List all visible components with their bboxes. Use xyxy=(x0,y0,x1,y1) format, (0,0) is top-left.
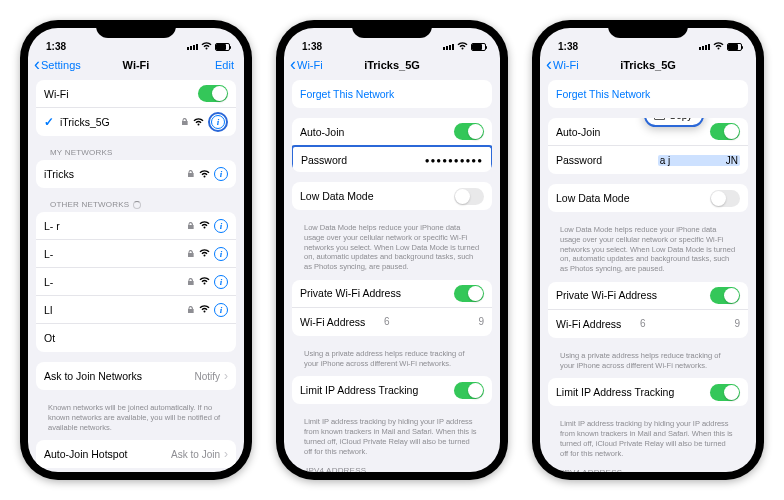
wifi-signal-icon xyxy=(199,276,210,287)
limit-ip-toggle[interactable] xyxy=(710,384,740,401)
back-button[interactable]: Wi-Fi xyxy=(290,59,323,72)
private-address-toggle[interactable] xyxy=(710,287,740,304)
password-revealed: a j JN xyxy=(658,155,740,166)
cellular-signal-icon xyxy=(699,44,710,50)
screen-wifi-list: 1:38 Settings Wi-Fi Edit Wi-Fi xyxy=(28,28,244,472)
info-button-highlight: i xyxy=(208,112,228,132)
wifi-signal-icon xyxy=(199,248,210,259)
wifi-address-value: 6 9 xyxy=(384,316,484,327)
auto-join-row[interactable]: Auto-Join xyxy=(292,118,492,146)
password-masked: ●●●●●●●●●● xyxy=(425,156,483,165)
back-label: Wi-Fi xyxy=(297,59,323,71)
copy-popover[interactable]: Copy xyxy=(644,118,704,127)
other-network-row[interactable]: Ot xyxy=(36,324,236,352)
wifi-master-toggle-row[interactable]: Wi-Fi xyxy=(36,80,236,108)
cellular-signal-icon xyxy=(187,44,198,50)
spinner-icon xyxy=(133,201,141,209)
chevron-left-icon xyxy=(34,59,40,72)
lock-icon: 🔒︎ xyxy=(186,305,195,315)
lock-icon: 🔒︎ xyxy=(186,277,195,287)
chevron-left-icon xyxy=(546,59,552,72)
info-icon[interactable]: i xyxy=(214,167,228,181)
password-row[interactable]: Password a j JN xyxy=(548,146,748,174)
wifi-address-value: 6 9 xyxy=(640,318,740,329)
back-label: Settings xyxy=(41,59,81,71)
info-icon[interactable]: i xyxy=(214,275,228,289)
notch xyxy=(608,20,688,38)
low-data-toggle[interactable] xyxy=(454,188,484,205)
info-icon[interactable]: i xyxy=(211,115,225,129)
connected-network-row[interactable]: ✓ iTricks_5G 🔒︎ i xyxy=(36,108,236,136)
other-network-row[interactable]: L- 🔒︎i xyxy=(36,240,236,268)
checkmark-icon: ✓ xyxy=(44,115,54,129)
lock-icon: 🔒︎ xyxy=(186,249,195,259)
ask-to-join-footer: Known networks will be joined automatica… xyxy=(36,400,236,440)
limit-ip-tracking-row[interactable]: Limit IP Address Tracking xyxy=(548,378,748,406)
wifi-status-icon xyxy=(457,41,468,52)
nav-bar: Settings Wi-Fi Edit xyxy=(28,54,244,80)
wifi-address-row: Wi-Fi Address 6 9 xyxy=(292,308,492,336)
ipv4-header: IPV4 ADDRESS xyxy=(548,466,748,472)
battery-icon xyxy=(471,43,486,51)
wifi-master-label: Wi-Fi xyxy=(44,88,69,100)
auto-join-hotspot-row[interactable]: Auto-Join Hotspot Ask to Join› xyxy=(36,440,236,468)
other-network-row[interactable]: L- r 🔒︎i xyxy=(36,212,236,240)
low-data-toggle[interactable] xyxy=(710,190,740,207)
copy-label: Copy xyxy=(669,118,692,121)
back-button[interactable]: Wi-Fi xyxy=(546,59,579,72)
private-address-toggle[interactable] xyxy=(454,285,484,302)
auto-join-toggle[interactable] xyxy=(454,123,484,140)
info-icon[interactable]: i xyxy=(214,247,228,261)
other-networks-header: OTHER NETWORKS xyxy=(36,198,236,212)
notch xyxy=(96,20,176,38)
forget-network-button[interactable]: Forget This Network xyxy=(292,80,492,108)
chevron-right-icon: › xyxy=(224,369,228,383)
battery-icon xyxy=(215,43,230,51)
status-indicators xyxy=(443,41,486,52)
info-icon[interactable]: i xyxy=(214,219,228,233)
limit-ip-tracking-row[interactable]: Limit IP Address Tracking xyxy=(292,376,492,404)
lock-icon: 🔒︎ xyxy=(186,221,195,231)
back-label: Wi-Fi xyxy=(553,59,579,71)
screen-network-detail: 1:38 Wi-Fi iTricks_5G Forget This Networ… xyxy=(284,28,500,472)
password-row[interactable]: Password ●●●●●●●●●● xyxy=(292,145,492,172)
private-address-footer: Using a private address helps reduce tra… xyxy=(292,346,492,377)
other-network-row[interactable]: L- 🔒︎i xyxy=(36,268,236,296)
forget-network-button[interactable]: Forget This Network xyxy=(548,80,748,108)
wifi-status-icon xyxy=(201,41,212,52)
wifi-address-row: Wi-Fi Address 6 9 xyxy=(548,310,748,338)
info-icon[interactable]: i xyxy=(214,303,228,317)
wifi-master-toggle[interactable] xyxy=(198,85,228,102)
nav-bar: Wi-Fi iTricks_5G xyxy=(284,54,500,80)
ask-to-join-row[interactable]: Ask to Join Networks Notify› xyxy=(36,362,236,390)
status-time: 1:38 xyxy=(46,41,66,52)
wifi-status-icon xyxy=(713,41,724,52)
cellular-signal-icon xyxy=(443,44,454,50)
limit-ip-toggle[interactable] xyxy=(454,382,484,399)
low-data-footer: Low Data Mode helps reduce your iPhone d… xyxy=(292,220,492,280)
screen-network-detail-copy: 1:38 Wi-Fi iTricks_5G Forget This Networ… xyxy=(540,28,756,472)
ipv4-header: IPV4 ADDRESS xyxy=(292,464,492,472)
phone-1: 1:38 Settings Wi-Fi Edit Wi-Fi xyxy=(20,20,252,480)
chevron-right-icon: › xyxy=(224,447,228,461)
wifi-signal-icon xyxy=(199,169,210,180)
back-button[interactable]: Settings xyxy=(34,59,81,72)
other-network-row[interactable]: LI 🔒︎i xyxy=(36,296,236,324)
wifi-signal-icon xyxy=(199,220,210,231)
private-wifi-address-row[interactable]: Private Wi-Fi Address xyxy=(292,280,492,308)
low-data-mode-row[interactable]: Low Data Mode xyxy=(292,182,492,210)
phone-2: 1:38 Wi-Fi iTricks_5G Forget This Networ… xyxy=(276,20,508,480)
low-data-mode-row[interactable]: Low Data Mode xyxy=(548,184,748,212)
phone-3: 1:38 Wi-Fi iTricks_5G Forget This Networ… xyxy=(532,20,764,480)
saved-network-row[interactable]: iTricks 🔒︎ i xyxy=(36,160,236,188)
private-wifi-address-row[interactable]: Private Wi-Fi Address xyxy=(548,282,748,310)
auto-join-toggle[interactable] xyxy=(710,123,740,140)
saved-network-name: iTricks xyxy=(44,168,74,180)
nav-bar: Wi-Fi iTricks_5G xyxy=(540,54,756,80)
my-networks-header: MY NETWORKS xyxy=(36,146,236,160)
edit-button[interactable]: Edit xyxy=(215,59,234,71)
limit-ip-footer: Limit IP address tracking by hiding your… xyxy=(292,414,492,464)
chevron-left-icon xyxy=(290,59,296,72)
limit-ip-footer: Limit IP address tracking by hiding your… xyxy=(548,416,748,466)
status-time: 1:38 xyxy=(302,41,322,52)
